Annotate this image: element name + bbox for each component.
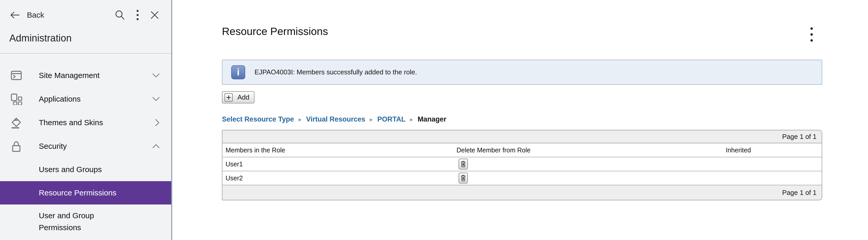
chevron-down-icon xyxy=(152,97,160,102)
page-title: Resource Permissions xyxy=(222,25,328,38)
sidebar-item-applications[interactable]: Applications xyxy=(0,87,171,111)
sidebar-item-themes-and-skins[interactable]: Themes and Skins xyxy=(0,111,171,134)
add-button-label: Add xyxy=(238,93,249,101)
search-icon[interactable] xyxy=(114,9,125,21)
delete-member-button[interactable] xyxy=(459,172,468,184)
back-button[interactable]: Back xyxy=(9,10,44,20)
chevron-up-icon xyxy=(152,143,160,149)
breadcrumb-link-virtual-resources[interactable]: Virtual Resources xyxy=(306,115,365,123)
breadcrumb-separator-icon: ▸ xyxy=(410,116,413,123)
sidebar-item-users-and-groups[interactable]: Users and Groups xyxy=(0,158,171,181)
breadcrumb-separator-icon: ▸ xyxy=(299,116,302,123)
column-header-members: Members in the Role xyxy=(222,146,457,154)
sidebar-item-security[interactable]: Security xyxy=(0,134,171,158)
sidebar-item-label: Security xyxy=(39,142,67,151)
sidebar-item-label: Site Management xyxy=(39,71,100,80)
sidebar-item-user-and-group-permissions[interactable]: User and Group Permissions xyxy=(0,205,171,240)
table-pagination-bottom: Page 1 of 1 xyxy=(222,185,822,200)
member-name: User2 xyxy=(222,175,457,182)
sidebar-item-resource-permissions[interactable]: Resource Permissions xyxy=(0,181,171,205)
close-icon[interactable] xyxy=(150,10,159,20)
sidebar-item-site-management[interactable]: Site Management xyxy=(0,63,171,87)
sidebar-subitem-label: User and Group Permissions xyxy=(39,210,128,234)
sidebar-top-bar: Back xyxy=(0,0,171,21)
member-name: User1 xyxy=(222,160,457,168)
breadcrumb-separator-icon: ▸ xyxy=(370,116,373,123)
breadcrumb-link-select-resource-type[interactable]: Select Resource Type xyxy=(222,115,294,123)
breadcrumb-link-portal[interactable]: PORTAL xyxy=(377,115,406,123)
admin-sidebar: Back Administrati xyxy=(0,0,172,240)
info-banner: i EJPAO4003I: Members successfully added… xyxy=(222,60,822,85)
table-pagination-top: Page 1 of 1 xyxy=(222,130,822,143)
main-content: Resource Permissions i EJPAO4003I: Membe… xyxy=(172,0,868,201)
table-row: User2 xyxy=(222,171,822,185)
breadcrumb: Select Resource Type ▸ Virtual Resources… xyxy=(222,115,822,123)
sidebar-subitem-label: Users and Groups xyxy=(39,165,102,174)
pagination-label: Page 1 of 1 xyxy=(782,133,816,141)
sidebar-item-label: Applications xyxy=(39,95,81,103)
delete-member-button[interactable] xyxy=(459,159,468,169)
sidebar-item-label: Themes and Skins xyxy=(39,118,103,127)
overflow-menu-icon[interactable] xyxy=(136,9,139,21)
info-icon: i xyxy=(231,65,245,79)
sidebar-subitem-label: Resource Permissions xyxy=(39,188,116,197)
back-arrow-icon xyxy=(9,11,20,19)
table-row: User1 xyxy=(222,157,822,171)
sidebar-title: Administration xyxy=(9,33,171,44)
chevron-down-icon xyxy=(152,73,160,78)
pagination-label: Page 1 of 1 xyxy=(782,189,816,197)
breadcrumb-current: Manager xyxy=(417,115,446,123)
column-header-delete: Delete Member from Role xyxy=(457,146,726,154)
sidebar-nav: Site Management Applications xyxy=(0,54,171,240)
themes-and-skins-icon xyxy=(10,117,22,129)
members-table: Page 1 of 1 Members in the Role Delete M… xyxy=(222,130,822,201)
site-management-icon xyxy=(10,70,22,81)
plus-icon xyxy=(224,93,233,102)
portlet-menu-icon[interactable] xyxy=(808,25,815,46)
column-header-inherited: Inherited xyxy=(726,146,822,154)
lock-icon xyxy=(10,140,22,152)
back-label: Back xyxy=(27,10,44,20)
chevron-right-icon xyxy=(155,119,160,127)
applications-icon xyxy=(10,93,22,105)
info-banner-message: EJPAO4003I: Members successfully added t… xyxy=(254,68,417,76)
table-column-headers: Members in the Role Delete Member from R… xyxy=(222,143,822,157)
add-button[interactable]: Add xyxy=(222,91,254,103)
